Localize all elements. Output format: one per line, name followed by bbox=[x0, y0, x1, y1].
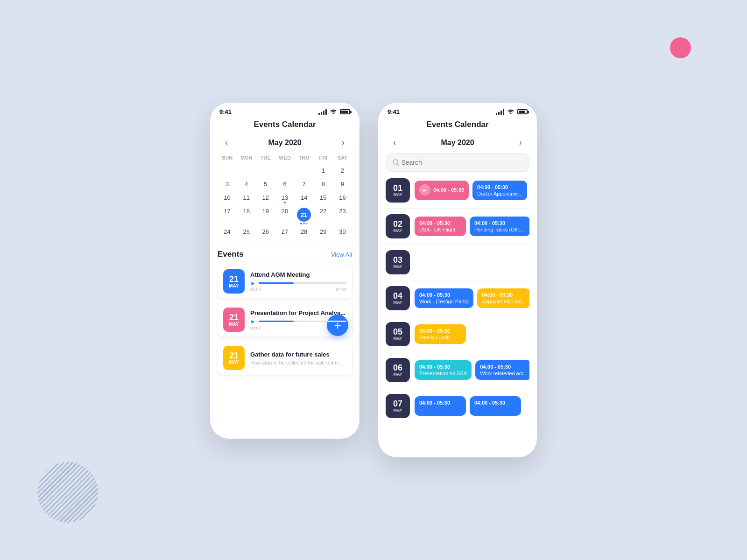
event-list-container: 01 MAY ► 04:00 - 05:30 04:00 - 05:30 bbox=[378, 153, 537, 429]
search-icon bbox=[393, 159, 399, 166]
pill-07-2[interactable]: 04:00 - 05:30 ... bbox=[470, 396, 521, 416]
events-section: Events View All 21 MAY Attend AGM Meetin… bbox=[210, 250, 359, 375]
event-badge-1: 21 MAY bbox=[223, 269, 245, 294]
phone-left: 9:41 Events Calendar ‹ May 2020 › bbox=[210, 103, 359, 439]
progress-bar-1 bbox=[259, 282, 346, 284]
battery-icon bbox=[340, 109, 350, 114]
date-block-02: 02 MAY bbox=[386, 214, 410, 238]
time-labels-1: 00:00 02:00 bbox=[250, 287, 346, 292]
date-block-04: 04 MAY bbox=[386, 286, 410, 310]
progress-fill-2 bbox=[259, 321, 294, 322]
event-pills-07: 04:00 - 05:30 ... 04:00 - 05:30 ... bbox=[415, 396, 529, 416]
event-row-03: 03 MAY bbox=[386, 250, 529, 280]
event-month-3: MAY bbox=[229, 360, 239, 365]
event-name-2: Presentation for Project Analys... bbox=[250, 309, 346, 316]
divider bbox=[210, 244, 359, 244]
add-event-fab[interactable]: + bbox=[327, 315, 348, 336]
event-card-1[interactable]: 21 MAY Attend AGM Meeting ► 00:00 02:00 bbox=[218, 265, 352, 298]
pill-07-1[interactable]: 04:00 - 05:30 ... bbox=[415, 396, 466, 416]
pill-play-icon[interactable]: ► bbox=[419, 184, 430, 196]
next-month-btn[interactable]: › bbox=[338, 136, 348, 149]
app-title-left: Events Calendar bbox=[210, 117, 359, 134]
progress-fill-1 bbox=[259, 282, 294, 284]
wifi-icon-right bbox=[507, 108, 514, 115]
week-2: 3 4 5 6 7 8 9 bbox=[218, 178, 352, 190]
week-5: 24 25 26 27 28 29 30 bbox=[218, 225, 352, 238]
progress-bar-2 bbox=[259, 321, 346, 322]
next-month-btn-right[interactable]: › bbox=[515, 136, 526, 149]
event-row-01: 01 MAY ► 04:00 - 05:30 04:00 - 05:30 bbox=[386, 178, 529, 209]
wifi-icon bbox=[330, 108, 337, 115]
event-name-3: Gather data for future sales bbox=[250, 351, 346, 358]
month-year-left: May 2020 bbox=[268, 139, 301, 147]
calendar-grid: SUN MON TUE WED THU FRI SAT 1 2 bbox=[210, 153, 359, 238]
event-desc-3: Raw data to be collected for sale team..… bbox=[250, 360, 346, 365]
event-name-1: Attend AGM Meeting bbox=[250, 271, 346, 278]
week-1: 1 2 bbox=[218, 164, 352, 177]
event-month-2: MAY bbox=[229, 322, 239, 327]
pill-05-1[interactable]: 04:00 - 05:30 Family Lunch bbox=[415, 324, 466, 344]
signal-icon bbox=[318, 109, 327, 115]
svg-line-1 bbox=[397, 164, 399, 165]
decoration-striped-circle bbox=[37, 462, 98, 523]
event-row-04: 04 MAY 04:00 - 05:30 Work - (Testign Par… bbox=[386, 286, 529, 316]
date-block-05: 05 MAY bbox=[386, 322, 410, 346]
play-icon-1[interactable]: ► bbox=[250, 280, 256, 287]
decoration-pink-circle bbox=[670, 37, 691, 58]
status-icons-right bbox=[496, 108, 528, 115]
event-row-05: 05 MAY 04:00 - 05:30 Family Lunch bbox=[386, 322, 529, 352]
date-block-07: 07 MAY bbox=[386, 394, 410, 418]
audio-bar-1: ► bbox=[250, 280, 346, 287]
event-row-02: 02 MAY 04:00 - 05:30 USA - UK Flight 04:… bbox=[386, 214, 529, 245]
search-input[interactable] bbox=[401, 159, 522, 166]
event-row-07: 07 MAY 04:00 - 05:30 ... 04:00 - 05:30 .… bbox=[386, 394, 529, 424]
pill-04-1[interactable]: 04:00 - 05:30 Work - (Testign Parts) bbox=[415, 288, 473, 308]
calendar-header-right: ‹ May 2020 › bbox=[378, 134, 537, 153]
signal-icon-right bbox=[496, 109, 504, 115]
event-month-1: MAY bbox=[229, 283, 239, 288]
prev-month-btn-right[interactable]: ‹ bbox=[389, 136, 400, 149]
event-day-2: 21 bbox=[229, 313, 239, 322]
event-pills-02: 04:00 - 05:30 USA - UK Flight 04:00 - 05… bbox=[415, 217, 529, 236]
calendar-header: ‹ May 2020 › bbox=[210, 134, 359, 153]
date-block-03: 03 MAY bbox=[386, 250, 410, 274]
date-block-01: 01 MAY bbox=[386, 178, 410, 203]
event-pills-06: 04:00 - 05:30 Presentation on SSA 04:00 … bbox=[415, 360, 529, 380]
view-all-link[interactable]: View All bbox=[331, 251, 352, 258]
pill-04-2[interactable]: 04:00 - 05:30 Appointment Dod... bbox=[477, 288, 529, 308]
status-bar-right: 9:41 bbox=[378, 103, 537, 117]
status-bar-left: 9:41 bbox=[210, 103, 359, 117]
event-row-06: 06 MAY 04:00 - 05:30 Presentation on SSA… bbox=[386, 358, 529, 388]
event-content-3: Gather data for future sales Raw data to… bbox=[250, 351, 346, 365]
pill-06-2[interactable]: 04:00 - 05:30 Work relateded act... bbox=[475, 360, 529, 380]
search-bar[interactable] bbox=[386, 153, 529, 172]
event-pills-05: 04:00 - 05:30 Family Lunch bbox=[415, 324, 529, 344]
pill-01-1[interactable]: ► 04:00 - 05:30 bbox=[415, 181, 469, 200]
battery-icon-right bbox=[517, 109, 528, 114]
pill-06-1[interactable]: 04:00 - 05:30 Presentation on SSA bbox=[415, 360, 472, 380]
time-left: 9:41 bbox=[219, 108, 232, 115]
week-4: 17 18 19 20 21 22 23 bbox=[218, 205, 352, 224]
event-day-1: 21 bbox=[229, 275, 239, 283]
event-content-1: Attend AGM Meeting ► 00:00 02:00 bbox=[250, 271, 346, 292]
event-day-3: 21 bbox=[229, 351, 239, 360]
day-labels: SUN MON TUE WED THU FRI SAT bbox=[218, 153, 352, 162]
status-icons-left bbox=[318, 108, 350, 115]
cal-weeks: 1 2 3 4 5 6 7 8 9 10 11 12 bbox=[218, 164, 352, 238]
week-3: 10 11 12 13 14 15 16 bbox=[218, 191, 352, 204]
event-badge-3: 21 MAY bbox=[223, 346, 245, 370]
app-title-right: Events Calendar bbox=[378, 117, 537, 134]
month-year-right: May 2020 bbox=[441, 139, 474, 147]
events-title: Events bbox=[218, 250, 244, 259]
pill-02-1[interactable]: 04:00 - 05:30 USA - UK Flight bbox=[415, 217, 466, 236]
event-pills-01: ► 04:00 - 05:30 04:00 - 05:30 Doctor App… bbox=[415, 181, 529, 200]
pill-01-2[interactable]: 04:00 - 05:30 Doctor Appointme... bbox=[472, 181, 527, 200]
pill-02-2[interactable]: 04:00 - 05:30 Pending Tasks (Office) bbox=[470, 217, 529, 236]
play-icon-2[interactable]: ► bbox=[250, 318, 256, 325]
phones-container: 9:41 Events Calendar ‹ May 2020 › bbox=[210, 103, 537, 457]
date-block-06: 06 MAY bbox=[386, 358, 410, 382]
events-header: Events View All bbox=[218, 250, 352, 259]
prev-month-btn[interactable]: ‹ bbox=[221, 136, 232, 149]
event-card-3[interactable]: 21 MAY Gather data for future sales Raw … bbox=[218, 341, 352, 375]
event-badge-2: 21 MAY bbox=[223, 308, 245, 332]
